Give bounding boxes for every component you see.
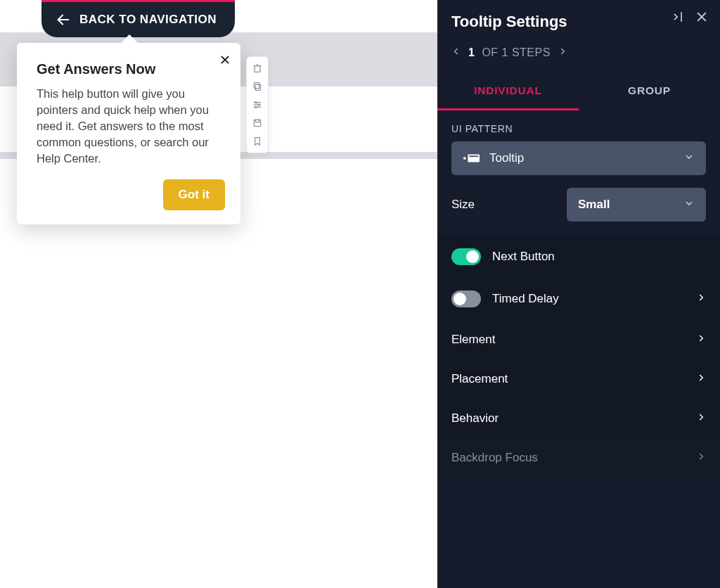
panel-title: Tooltip Settings [451, 13, 706, 31]
chevron-right-icon [696, 293, 706, 305]
close-icon [695, 10, 709, 24]
prev-step-button[interactable] [451, 46, 461, 59]
collapse-panel-button[interactable] [671, 10, 685, 24]
next-button-setting[interactable]: Next Button [437, 236, 720, 278]
svg-rect-21 [469, 155, 478, 157]
step-suffix: OF 1 STEPS [482, 46, 550, 59]
size-value: Small [578, 198, 610, 212]
size-dropdown[interactable]: Small [567, 188, 706, 222]
arrow-left-icon [56, 12, 71, 27]
chevron-right-icon [696, 452, 706, 464]
settings-panel: Tooltip Settings 1 OF 1 STEPS INDIVIDUAL… [437, 0, 720, 588]
element-label: Element [451, 333, 696, 347]
chevron-right-icon [696, 412, 706, 425]
step-number: 1 [468, 46, 475, 59]
step-navigator: 1 OF 1 STEPS [437, 31, 720, 59]
panel-controls [671, 10, 709, 24]
collapse-icon [671, 10, 685, 24]
tooltip-body: This help button will give you pointers … [37, 86, 225, 167]
timed-delay-setting[interactable]: Timed Delay [437, 278, 720, 320]
timed-delay-toggle[interactable] [451, 290, 481, 307]
behavior-setting[interactable]: Behavior [437, 399, 720, 438]
tab-individual[interactable]: INDIVIDUAL [437, 73, 579, 110]
chevron-right-icon [558, 46, 567, 56]
ui-pattern-value: Tooltip [489, 151, 524, 165]
back-label: BACK TO NAVIGATION [79, 13, 217, 27]
close-panel-button[interactable] [695, 10, 709, 24]
backdrop-focus-setting[interactable]: Backdrop Focus [437, 438, 720, 478]
backdrop-focus-label: Backdrop Focus [451, 451, 696, 465]
copy-icon [252, 81, 263, 92]
svg-rect-20 [468, 154, 480, 162]
next-button-label: Next Button [492, 250, 706, 264]
duplicate-button[interactable] [250, 79, 264, 94]
size-label: Size [451, 198, 475, 212]
save-button[interactable] [250, 116, 264, 130]
tab-group[interactable]: GROUP [579, 73, 720, 110]
chevron-right-icon [696, 333, 706, 346]
close-icon [219, 54, 231, 65]
next-step-button[interactable] [558, 46, 567, 59]
chevron-right-icon [696, 373, 706, 385]
delete-button[interactable] [250, 61, 264, 75]
svg-rect-6 [255, 84, 260, 90]
mini-toolbar [246, 56, 269, 153]
ui-pattern-dropdown[interactable]: Tooltip [451, 141, 706, 175]
svg-rect-7 [254, 83, 259, 89]
svg-rect-15 [255, 120, 259, 122]
settings-button[interactable] [250, 98, 264, 112]
size-section: Size Small [437, 175, 720, 236]
svg-point-19 [463, 157, 466, 160]
got-it-button[interactable]: Got it [163, 179, 225, 210]
next-button-toggle[interactable] [451, 248, 481, 265]
back-to-navigation-button[interactable]: BACK TO NAVIGATION [41, 0, 235, 37]
chevron-down-icon [683, 151, 695, 165]
bookmark-icon [252, 136, 263, 147]
trash-icon [252, 63, 263, 74]
element-setting[interactable]: Element [437, 320, 720, 359]
timed-delay-label: Timed Delay [492, 292, 696, 306]
behavior-label: Behavior [451, 411, 696, 426]
canvas-area: BACK TO NAVIGATION Get Answers Now This … [0, 0, 437, 588]
ui-pattern-label: UI PATTERN [451, 123, 706, 134]
chevron-down-icon [683, 198, 695, 212]
tooltip-title: Get Answers Now [37, 61, 225, 77]
tooltip-preview: Get Answers Now This help button will gi… [17, 43, 240, 224]
save-icon [252, 117, 263, 129]
sliders-icon [252, 99, 263, 110]
bookmark-button[interactable] [250, 134, 264, 148]
chevron-left-icon [451, 46, 461, 56]
placement-label: Placement [451, 372, 696, 386]
placement-setting[interactable]: Placement [437, 359, 720, 399]
settings-list: Next Button Timed Delay Element Placemen… [437, 236, 720, 478]
svg-rect-3 [255, 66, 260, 72]
ui-pattern-section: UI PATTERN Tooltip [437, 110, 720, 175]
tabs: INDIVIDUAL GROUP [437, 73, 720, 110]
close-tooltip-button[interactable] [219, 53, 231, 69]
tooltip-icon [463, 152, 480, 165]
panel-header: Tooltip Settings [437, 0, 720, 31]
